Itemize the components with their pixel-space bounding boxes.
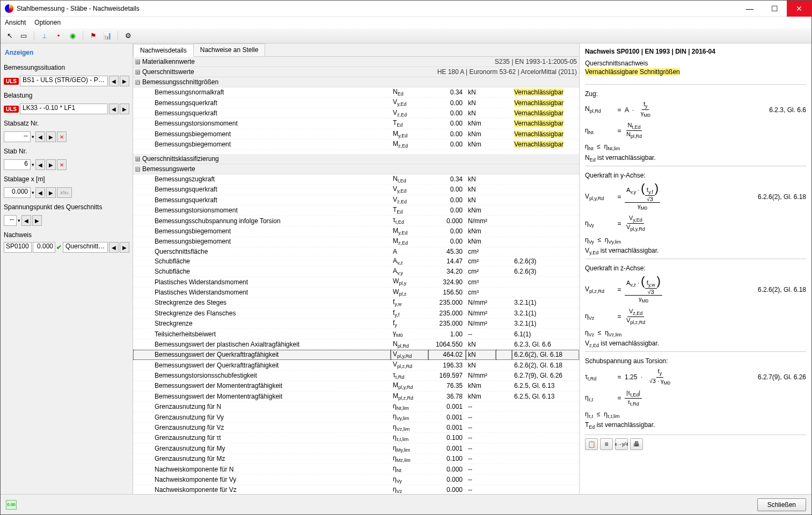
table-row[interactable]: SchubflächeAv,y34.20cm²6.2.6(3) xyxy=(133,266,579,276)
table-row[interactable]: Nachweiskomponente für VyηVy0.000-- xyxy=(133,474,579,484)
table-row[interactable]: Grenzausnutzung für MzηMz,lim0.100-- xyxy=(133,454,579,464)
group-row[interactable]: ⊟Bemessungsschnittgrößen xyxy=(133,77,579,87)
table-row[interactable]: BemessungsquerkraftVz,Ed0.00kNVernachläs… xyxy=(133,108,579,118)
tool-select-icon[interactable]: ▭ xyxy=(18,30,30,42)
table-row[interactable]: Streckgrenze des Flanschesfy,f235.000N/m… xyxy=(133,308,579,318)
maximize-button[interactable]: ☐ xyxy=(762,1,787,17)
situation-input[interactable]: BS1 - ULS (STR/GEO) - Permane... xyxy=(20,76,108,86)
table-row[interactable]: QuerschnittsflächeA45.30cm² xyxy=(133,247,579,256)
table-row[interactable]: Bemessungswert der Querkrafttragfähigkei… xyxy=(133,350,579,360)
table-row[interactable]: Bemessungstorsionsschubfestigkeitτt,Rd16… xyxy=(133,370,579,380)
rp-zug-ref: 6.2.3, Gl. 6.6 xyxy=(747,106,806,114)
check-prev[interactable]: ◀ xyxy=(109,242,119,253)
rp-shearz-head: Querkraft in z-Achse: xyxy=(585,264,806,272)
table-row[interactable]: TeilsicherheitsbeiwertγM01.00--6.1(1) xyxy=(133,329,579,339)
memberset-select[interactable]: -- xyxy=(4,131,31,142)
memberset-next[interactable]: ▶ xyxy=(46,131,56,142)
tab-location[interactable]: Nachweise an Stelle xyxy=(193,43,266,56)
table-row[interactable]: Nachweiskomponente für NηNt0.000-- xyxy=(133,464,579,474)
minimize-button[interactable]: — xyxy=(737,1,762,17)
table-row[interactable]: BemessungsquerkraftVy,Ed0.00kN xyxy=(133,185,579,195)
close-dialog-button[interactable]: Schließen xyxy=(757,498,806,511)
load-input[interactable]: LK33 - -0.10 * LF1 xyxy=(20,104,108,114)
rp-print-icon[interactable]: 🖶 xyxy=(630,438,643,450)
table-row[interactable]: BemessungsbiegemomentMy,Ed0.00kNm xyxy=(133,226,579,236)
situation-next[interactable]: ▶ xyxy=(120,76,129,86)
table-row[interactable]: Bemessungswert der Momententragfähigkeit… xyxy=(133,381,579,391)
situation-label: Bemessungssituation xyxy=(4,64,129,71)
rp-toolbar: 📋 ≡ x→y/4 🖶 xyxy=(585,435,806,450)
table-row[interactable]: BemessungszugkraftNt,Ed0.34kN xyxy=(133,174,579,184)
table-row[interactable]: Bemessungsschubspannung infolge Torsionτ… xyxy=(133,216,579,226)
table-row[interactable]: Bemessungswert der Momententragfähigkeit… xyxy=(133,391,579,401)
memberset-prev[interactable]: ◀ xyxy=(35,131,45,142)
member-pick-icon[interactable]: ✕ xyxy=(57,159,67,170)
table-row[interactable]: BemessungstorsionsmomentTEd0.00kNmVernac… xyxy=(133,119,579,129)
menu-options[interactable]: Optionen xyxy=(34,19,61,26)
member-next[interactable]: ▶ xyxy=(46,159,56,170)
table-row[interactable]: Grenzausnutzung für NηNt,lim0.001-- xyxy=(133,402,579,412)
table-row[interactable]: Nachweiskomponente für VzηVz0.000-- xyxy=(133,485,579,494)
position-prev[interactable]: ◀ xyxy=(35,187,45,198)
table-row[interactable]: Grenzausnutzung für VzηVz,lim0.001-- xyxy=(133,422,579,432)
table-row[interactable]: Plastisches WiderstandsmomentWpl,y324.90… xyxy=(133,277,579,287)
rp-list-icon[interactable]: ≡ xyxy=(600,438,613,450)
tool-pointer-icon[interactable]: ↖ xyxy=(4,30,16,42)
stresspoint-next[interactable]: ▶ xyxy=(32,215,42,226)
table-row[interactable]: BemessungsquerkraftVy,Ed0.00kNVernachläs… xyxy=(133,98,579,108)
group-row[interactable]: ⊞MaterialkennwerteS235 | EN 1993-1-1:200… xyxy=(133,57,579,67)
tool-section-icon[interactable]: ◉ xyxy=(67,30,78,42)
close-button[interactable]: ✕ xyxy=(787,1,811,17)
table-row[interactable]: Plastisches WiderstandsmomentWpl,z156.50… xyxy=(133,287,579,297)
table-row[interactable]: Grenzausnutzung für MyηMy,lim0.001-- xyxy=(133,443,579,453)
left-panel-header: Anzeigen xyxy=(4,47,129,58)
position-select[interactable]: 0.000 xyxy=(4,187,31,198)
table-row[interactable]: Streckgrenze des Stegesfy,w235.000N/mm²3… xyxy=(133,298,579,308)
member-select[interactable]: 6 xyxy=(4,159,31,170)
table-row[interactable]: Bemessungswert der Querkrafttragfähigkei… xyxy=(133,360,579,370)
group-row[interactable]: ⊞QuerschnittswerteHE 180 A | Euronorm 53… xyxy=(133,67,579,77)
rp-decimals-icon[interactable]: x→y/4 xyxy=(615,438,628,450)
menu-view[interactable]: Ansicht xyxy=(5,19,26,26)
left-panel: Anzeigen Bemessungssituation ULS BS1 - U… xyxy=(1,43,133,494)
check-desc[interactable]: Querschnittsnach... xyxy=(63,242,108,253)
table-row[interactable]: BemessungsquerkraftVz,Ed0.00kN xyxy=(133,195,579,205)
table-row[interactable]: Grenzausnutzung für τtητ,t,lim0.100-- xyxy=(133,433,579,443)
tool-flag-icon[interactable]: ⚑ xyxy=(87,30,99,42)
table-row[interactable]: BemessungsbiegemomentMz,Ed0.00kNmVernach… xyxy=(133,139,579,149)
stresspoint-prev[interactable]: ◀ xyxy=(21,215,31,226)
table-row[interactable]: BemessungsbiegemomentMy,Ed0.00kNmVernach… xyxy=(133,129,579,139)
menubar: Ansicht Optionen xyxy=(1,17,811,28)
position-next[interactable]: ▶ xyxy=(46,187,56,198)
check-code[interactable]: SP0100 xyxy=(4,242,32,253)
memberset-pick-icon[interactable]: ✕ xyxy=(57,131,67,142)
load-next[interactable]: ▶ xyxy=(120,104,129,114)
table-row[interactable]: Grenzausnutzung für VyηVy,lim0.001-- xyxy=(133,412,579,422)
check-next[interactable]: ▶ xyxy=(120,242,129,253)
table-row[interactable]: SchubflächeAv,z14.47cm²6.2.6(3) xyxy=(133,256,579,266)
tab-details[interactable]: Nachweisdetails xyxy=(133,44,194,57)
tool-node-icon[interactable]: • xyxy=(53,30,64,42)
tool-beam-icon[interactable]: ⟂ xyxy=(39,30,50,42)
table-row[interactable]: BemessungsnormalkraftNEd0.34kNVernachläs… xyxy=(133,87,579,98)
rp-copy-icon[interactable]: 📋 xyxy=(585,438,598,450)
footer: 0.00 Schließen xyxy=(1,494,811,514)
member-prev[interactable]: ◀ xyxy=(35,159,45,170)
window-title: Stahlbemessung - Stäbe - Nachweisdetails xyxy=(17,5,737,12)
tool-settings-icon[interactable]: ⚙ xyxy=(122,30,134,42)
load-prev[interactable]: ◀ xyxy=(109,104,119,114)
situation-prev[interactable]: ◀ xyxy=(109,76,119,86)
position-label: Stablage x [m] xyxy=(4,175,129,183)
rp-title: Nachweis SP0100 | EN 1993 | DIN | 2016-0… xyxy=(585,48,806,55)
group-row[interactable]: ⊟Bemessungswerte xyxy=(133,164,579,174)
uls-badge: ULS xyxy=(4,78,19,85)
table-row[interactable]: BemessungsbiegemomentMz,Ed0.00kNm xyxy=(133,237,579,247)
titlebar: Stahlbemessung - Stäbe - Nachweisdetails… xyxy=(1,1,811,17)
table-row[interactable]: Bemessungswert der plastischen Axialtrag… xyxy=(133,339,579,349)
tool-chart-icon[interactable]: 📊 xyxy=(101,30,113,42)
stresspoint-select[interactable]: -- xyxy=(4,215,17,226)
position-hint[interactable]: x/x₀ xyxy=(57,187,72,198)
table-row[interactable]: BemessungstorsionsmomentTEd0.00kNm xyxy=(133,205,579,216)
table-row[interactable]: Streckgrenzefy235.000N/mm²3.2.1(1) xyxy=(133,318,579,328)
group-row[interactable]: ⊞Querschnittsklassifizierung xyxy=(133,154,579,164)
